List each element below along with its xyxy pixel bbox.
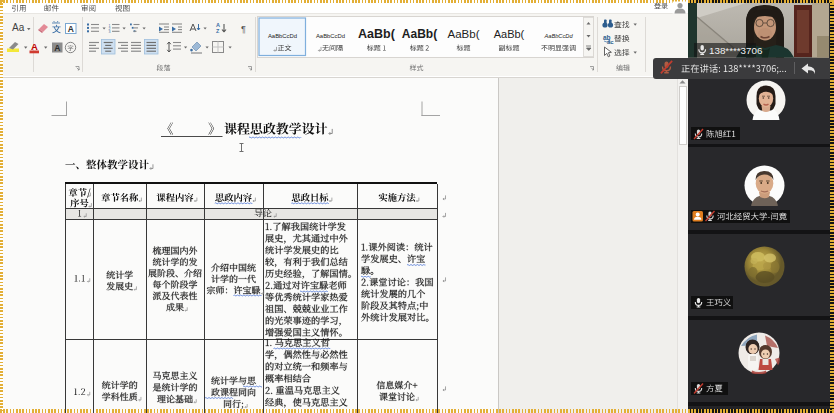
svg-text:AaBbCcDd: AaBbCcDd xyxy=(268,33,297,39)
svg-text:AaBb(: AaBb( xyxy=(448,28,480,40)
svg-text:3: 3 xyxy=(109,30,111,34)
svg-text:AaBb(: AaBb( xyxy=(358,27,396,41)
svg-text:AaBb(: AaBb( xyxy=(402,27,437,41)
svg-text:AaBb(: AaBb( xyxy=(494,28,525,40)
svg-text:Aa: Aa xyxy=(12,22,25,33)
svg-text:A: A xyxy=(31,41,38,52)
svg-text:138****3706: 138****3706 xyxy=(709,45,763,56)
svg-text:AaBbCcDd: AaBbCcDd xyxy=(316,33,345,39)
svg-text:¶: ¶ xyxy=(241,24,246,34)
svg-text:AaBbCcDd: AaBbCcDd xyxy=(543,33,573,39)
svg-text:A: A xyxy=(68,24,74,34)
svg-text:Z: Z xyxy=(216,28,220,34)
svg-text:ac: ac xyxy=(607,39,614,45)
svg-text:A: A xyxy=(54,43,60,53)
